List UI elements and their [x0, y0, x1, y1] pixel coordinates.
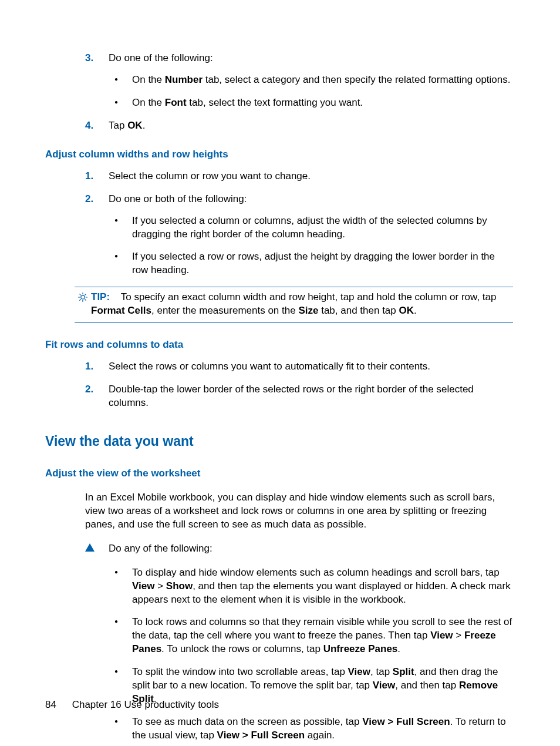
list-item: 2. Do one or both of the following: If y… — [85, 193, 513, 278]
list-item: To lock rows and columns so that they re… — [109, 616, 513, 656]
list-item: If you selected a column or columns, adj… — [109, 214, 513, 241]
tip-icon — [75, 291, 91, 303]
list-item: On the Number tab, select a category and… — [109, 73, 513, 87]
document-page: 3. Do one of the following: On the Numbe… — [0, 0, 560, 746]
step-number: 1. — [85, 360, 93, 374]
svg-point-0 — [81, 295, 85, 299]
tip-callout: TIP: To specify an exact column width an… — [75, 287, 513, 323]
svg-line-8 — [85, 294, 86, 295]
view-bullets-list: To display and hide window elements such… — [109, 566, 513, 746]
list-item: 3. Do one of the following: On the Numbe… — [85, 52, 513, 110]
list-item: 4. Tap OK. — [85, 119, 513, 133]
sub-bullet-list: On the Number tab, select a category and… — [109, 73, 513, 110]
heading-view-data: View the data you want — [45, 432, 513, 451]
chapter-label: Chapter 16 Use productivity tools — [72, 699, 219, 710]
step-number: 2. — [85, 193, 93, 206]
list-item: 1. Select the rows or columns you want t… — [85, 360, 513, 374]
step-number: 4. — [85, 119, 93, 133]
adjust-steps-list: 1. Select the column or row you want to … — [85, 170, 513, 278]
step-number: 2. — [85, 383, 93, 396]
list-item: To see as much data on the screen as pos… — [109, 715, 513, 742]
tip-text: TIP: To specify an exact column width an… — [91, 291, 513, 318]
heading-fit-rows-columns: Fit rows and columns to data — [45, 338, 513, 352]
svg-marker-9 — [85, 543, 95, 552]
do-any-row: Do any of the following: To display and … — [85, 542, 513, 746]
svg-line-7 — [80, 300, 81, 301]
svg-line-6 — [85, 300, 86, 301]
list-item: 2. Double-tap the lower border of the se… — [85, 383, 513, 410]
list-item: If you selected a row or rows, adjust th… — [109, 250, 513, 277]
list-item: 1. Select the column or row you want to … — [85, 170, 513, 183]
list-item: To display and hide window elements such… — [109, 566, 513, 607]
step-text: Double-tap the lower border of the selec… — [109, 384, 474, 408]
step-text: Select the column or row you want to cha… — [109, 170, 311, 182]
page-footer: 84 Chapter 16 Use productivity tools — [45, 698, 219, 712]
step-number: 3. — [85, 52, 93, 65]
page-number: 84 — [45, 699, 56, 710]
do-any-text: Do any of the following: — [109, 542, 513, 556]
step-text: Do one of the following: — [109, 52, 213, 63]
step-number: 1. — [85, 170, 93, 183]
list-item: On the Font tab, select the text formatt… — [109, 96, 513, 110]
fit-steps-list: 1. Select the rows or columns you want t… — [85, 360, 513, 410]
svg-line-5 — [80, 294, 81, 295]
step-text: Select the rows or columns you want to a… — [109, 361, 430, 372]
heading-adjust-column-widths: Adjust column widths and row heights — [45, 148, 513, 162]
intro-paragraph: In an Excel Mobile workbook, you can dis… — [85, 491, 513, 532]
heading-adjust-view: Adjust the view of the worksheet — [45, 467, 513, 480]
sub-bullet-list: If you selected a column or columns, adj… — [109, 214, 513, 278]
top-steps-list: 3. Do one of the following: On the Numbe… — [85, 52, 513, 133]
triangle-up-icon — [85, 542, 109, 552]
step-text: Do one or both of the following: — [109, 193, 247, 204]
